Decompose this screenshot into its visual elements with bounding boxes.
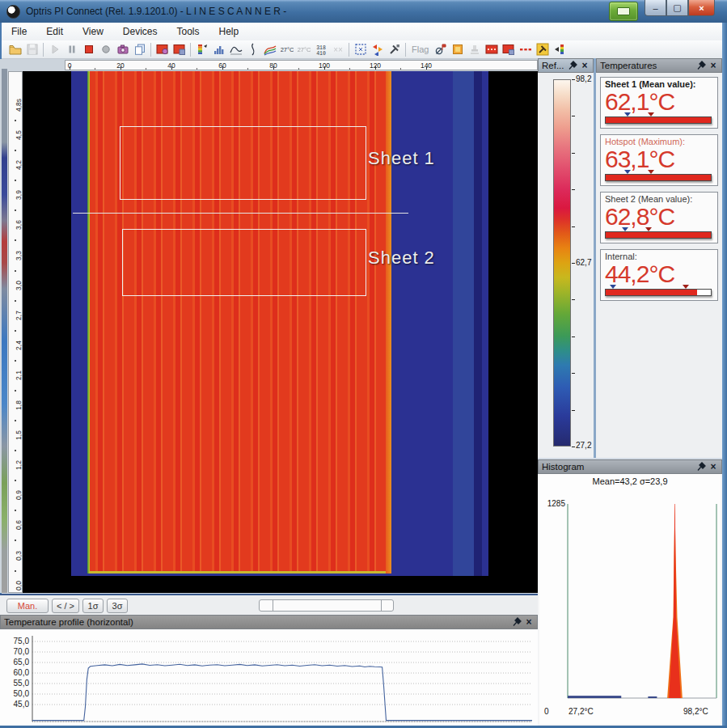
measure-internal: Internal: 44,2°C — [600, 249, 718, 301]
scrollbar-divider — [381, 600, 382, 611]
svg-text:27°C: 27°C — [298, 46, 311, 53]
sigma1-button[interactable]: 1σ — [82, 599, 104, 613]
pause-icon[interactable] — [63, 41, 80, 57]
time-axis-label: 1,2 — [15, 456, 23, 474]
measure-area-sheet1[interactable] — [120, 126, 366, 200]
measure-area-sheet2[interactable] — [122, 229, 366, 296]
multi-profile-icon[interactable] — [261, 41, 278, 57]
pin-icon[interactable] — [696, 61, 706, 70]
thermal-red-save-icon[interactable] — [500, 41, 517, 57]
close-icon[interactable]: × — [708, 61, 718, 70]
measure-bar — [605, 174, 712, 181]
thermal-column-icon[interactable] — [449, 41, 466, 57]
svg-text:××: ×× — [333, 45, 343, 54]
sigma3-button[interactable]: 3σ — [107, 599, 128, 613]
measure-value: 62,1°C — [605, 89, 713, 115]
x-axis-minor-tick — [146, 68, 146, 70]
profile-panel-title: Temperature profile (horizontal) — [4, 617, 512, 627]
ref-scale-tick — [572, 116, 575, 116]
time-axis-dot — [15, 300, 16, 302]
ref-panel-header[interactable]: Ref... × — [538, 58, 594, 73]
time-axis-label: 1,5 — [15, 426, 23, 444]
time-axis-label: 4,5 — [15, 126, 23, 144]
menu-item-file[interactable]: File — [2, 23, 36, 40]
profile-line-marker[interactable] — [73, 213, 408, 214]
open-file-icon[interactable] — [6, 41, 23, 57]
x-axis-tick — [120, 66, 121, 70]
histogram-panel-header[interactable]: Histogram × — [538, 459, 722, 474]
step-buttons[interactable]: < / > — [52, 599, 79, 613]
thermal-red-icon[interactable] — [483, 41, 500, 57]
temp-display-icon[interactable]: 27°C — [278, 41, 295, 57]
ref-scale-tick — [572, 299, 575, 300]
time-axis-dot — [15, 270, 16, 272]
stamp-icon[interactable] — [466, 41, 483, 57]
close-icon[interactable]: × — [708, 462, 718, 472]
ref-scale-tick — [572, 263, 575, 264]
palette-select-icon[interactable] — [193, 41, 210, 57]
menu-item-edit[interactable]: Edit — [36, 23, 73, 40]
time-axis-label: 0,0 — [15, 577, 23, 595]
close-icon[interactable]: × — [580, 61, 590, 70]
pin-icon[interactable] — [512, 617, 522, 627]
menu-item-help[interactable]: Help — [209, 23, 249, 40]
close-icon[interactable]: × — [524, 617, 534, 627]
settings-tools-icon[interactable] — [386, 41, 403, 57]
ref-scale-tick — [572, 336, 575, 337]
temperature-color-scale[interactable] — [553, 79, 571, 447]
fullscreen-icon[interactable] — [352, 41, 369, 57]
thermal-snapshot-icon[interactable] — [154, 41, 171, 57]
scan-scrollbar[interactable] — [259, 599, 394, 612]
colorbar-arrow-icon[interactable] — [551, 41, 568, 57]
save-icon[interactable] — [23, 41, 40, 57]
thermal-image[interactable]: Sheet 1 Sheet 2 — [23, 71, 538, 593]
tools-yellow-icon[interactable] — [534, 41, 551, 57]
maximize-button[interactable]: ▢ — [666, 0, 688, 16]
profile-plot — [0, 629, 535, 726]
flag-label[interactable]: Flag — [408, 44, 432, 54]
menu-item-tools[interactable]: Tools — [167, 23, 209, 40]
scale-max-label: 98,2 — [576, 74, 591, 83]
profile-chart: 75,070,065,060,055,050,045,0 — [0, 629, 538, 726]
ref-scale-tick — [572, 410, 575, 411]
minimize-button[interactable]: – — [645, 0, 666, 16]
red-dashes-icon[interactable] — [517, 41, 534, 57]
copy-icon[interactable] — [131, 41, 148, 57]
sheet2-label: Sheet 2 — [368, 248, 435, 269]
histogram-view-icon[interactable] — [210, 41, 227, 57]
record-icon[interactable] — [97, 41, 114, 57]
pin-icon[interactable] — [696, 462, 706, 472]
flag-zero-icon[interactable] — [432, 41, 449, 57]
palette-arrows-icon[interactable] — [369, 41, 386, 57]
device-connect-button[interactable] — [609, 2, 638, 21]
time-axis-label: 3,3 — [15, 247, 23, 265]
svg-text:318: 318 — [316, 45, 326, 51]
measure-bar — [605, 289, 712, 296]
time-axis-dot — [15, 450, 16, 451]
time-axis-dot — [15, 239, 16, 241]
profile-panel-header[interactable]: Temperature profile (horizontal) × — [0, 615, 538, 629]
title-bar[interactable]: Optris PI Connect (Rel. 1.9.1201.0) - L … — [0, 0, 727, 23]
time-axis-dot — [15, 120, 16, 121]
histogram-chart: Mean=43,2 σ=23,9 1285 0 27,2°C 98,2°C — [539, 474, 721, 724]
digital-display-off-icon[interactable]: ×× — [329, 41, 346, 57]
profile-horizontal-icon[interactable] — [227, 41, 244, 57]
svg-text:410: 410 — [316, 51, 326, 57]
manual-mode-button[interactable]: Man. — [6, 599, 49, 613]
stop-icon[interactable] — [80, 41, 97, 57]
temp-display-off-icon[interactable]: 27°C — [295, 41, 312, 57]
thermal-save-icon[interactable] — [171, 41, 188, 57]
profile-vertical-icon[interactable] — [244, 41, 261, 57]
snapshot-camera-icon[interactable] — [114, 41, 131, 57]
time-axis-dot — [15, 570, 16, 572]
menu-item-view[interactable]: View — [73, 23, 113, 40]
x-axis-tick — [70, 66, 70, 70]
pin-icon[interactable] — [568, 61, 577, 70]
temperatures-panel-header[interactable]: Temperatures × — [596, 58, 722, 73]
close-button[interactable]: × — [688, 0, 715, 16]
menu-item-devices[interactable]: Devices — [113, 23, 167, 40]
digital-display-icon[interactable]: 318410 — [312, 41, 329, 57]
play-icon[interactable] — [46, 41, 63, 57]
time-axis-label: 2,4 — [15, 336, 23, 354]
measure-bar — [605, 116, 712, 124]
